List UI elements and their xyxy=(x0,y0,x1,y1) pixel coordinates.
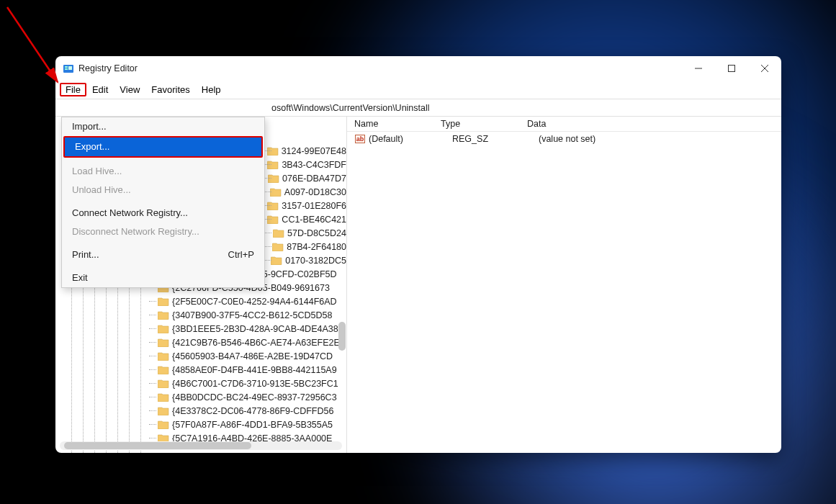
registry-editor-window: Registry Editor File Edit View Favorites… xyxy=(55,56,781,453)
tree-horizontal-scrollbar[interactable] xyxy=(60,441,342,450)
svg-rect-2 xyxy=(65,66,68,68)
file-menu-dropdown: Import... Export... Load Hive... Unload … xyxy=(61,117,265,288)
tree-node[interactable]: {4BB0DCDC-BC24-49EC-8937-72956C3 xyxy=(149,390,346,404)
value-type: REG_SZ xyxy=(452,134,539,144)
tree-node[interactable]: {3407B900-37F5-4CC2-B612-5CD5D58 xyxy=(149,308,346,322)
folder-icon xyxy=(158,297,169,306)
print-shortcut: Ctrl+P xyxy=(228,248,254,261)
tree-node-label: A097-0D18C30 xyxy=(284,187,346,197)
tree-node[interactable]: {57F0A87F-A86F-4DD1-BFA9-5B355A5 xyxy=(149,418,346,431)
string-value-icon: ab xyxy=(354,133,366,145)
close-button[interactable] xyxy=(748,56,781,81)
tree-node-label: 57D-D8C5D24 xyxy=(287,228,346,238)
folder-icon xyxy=(158,392,169,402)
menu-exit[interactable]: Exit xyxy=(62,269,264,287)
regedit-icon xyxy=(63,63,74,74)
menu-help[interactable]: Help xyxy=(196,83,227,96)
tree-node-label: {3407B900-37F5-4CC2-B612-5CD5D58 xyxy=(172,310,332,320)
folder-icon xyxy=(273,228,284,238)
menu-file[interactable]: File xyxy=(60,83,86,96)
titlebar: Registry Editor xyxy=(55,56,781,81)
menu-export[interactable]: Export... xyxy=(63,136,263,158)
menubar: File Edit View Favorites Help xyxy=(55,81,781,99)
tree-node-label: {57F0A87F-A86F-4DD1-BFA9-5B355A5 xyxy=(172,420,333,430)
svg-rect-3 xyxy=(65,68,68,70)
maximize-button[interactable] xyxy=(715,56,748,81)
menu-print[interactable]: Print...Ctrl+P xyxy=(62,246,264,264)
folder-icon xyxy=(158,420,169,429)
tree-node-label: 3124-99E07E48 xyxy=(282,146,346,156)
folder-icon xyxy=(271,256,282,265)
window-title: Registry Editor xyxy=(78,63,138,73)
menu-view[interactable]: View xyxy=(114,83,145,96)
tree-node[interactable]: {2F5E00C7-C0E0-4252-94A4-6144F6AD xyxy=(149,294,346,308)
tree-node[interactable]: {4B6C7001-C7D6-3710-913E-5BC23FC1 xyxy=(149,377,346,390)
tree-node-label: 87B4-2F64180 xyxy=(287,242,346,252)
address-bar[interactable]: osoft\Windows\CurrentVersion\Uninstall xyxy=(55,99,781,117)
listview-row[interactable]: ab (Default) REG_SZ (value not set) xyxy=(347,132,781,146)
address-path: osoft\Windows\CurrentVersion\Uninstall xyxy=(271,103,430,113)
listview-header: Name Type Data xyxy=(347,117,781,132)
folder-icon xyxy=(158,310,169,320)
col-header-type[interactable]: Type xyxy=(441,119,527,129)
svg-line-0 xyxy=(7,7,58,82)
tree-node-label: 3B43-C4C3FDF xyxy=(282,160,346,170)
tree-node-label: {421C9B76-B546-4B6C-AE74-A63EFE2E xyxy=(172,338,340,348)
tree-node-label: 0170-3182DC5 xyxy=(285,256,346,266)
tree-node-label: 3157-01E280F6 xyxy=(282,201,346,211)
tree-node-label: {45605903-B4A7-486E-A2BE-19D47CD xyxy=(172,351,333,361)
tree-horizontal-scrollbar-thumb[interactable] xyxy=(64,442,251,449)
tree-node-label: CC1-BE46C421 xyxy=(282,215,346,225)
col-header-data[interactable]: Data xyxy=(527,119,781,129)
svg-rect-4 xyxy=(68,66,72,70)
tree-node-label: {2F5E00C7-C0E0-4252-94A4-6144F6AD xyxy=(172,297,337,307)
folder-icon xyxy=(158,406,169,415)
menu-connect-network-registry[interactable]: Connect Network Registry... xyxy=(62,204,264,222)
registry-values-pane[interactable]: Name Type Data ab (Default) REG_SZ (valu… xyxy=(347,117,781,453)
folder-icon xyxy=(158,324,169,333)
tree-node-label: {3BD1EEE5-2B3D-428A-9CAB-4DE4A38 xyxy=(172,324,338,334)
tree-node-label: {4858AE0F-D4FB-441E-9BB8-442115A9 xyxy=(172,365,337,375)
tree-node-label: {4E3378C2-DC06-4778-86F9-CDFFD56 xyxy=(172,406,333,416)
folder-icon xyxy=(272,242,284,251)
folder-icon xyxy=(158,338,169,347)
tree-vertical-scrollbar-thumb[interactable] xyxy=(338,322,346,351)
menu-unload-hive: Unload Hive... xyxy=(62,181,264,199)
folder-icon xyxy=(158,379,169,388)
value-name: (Default) xyxy=(369,134,452,144)
folder-icon xyxy=(158,351,169,361)
tree-node-label: 076E-DBA47D7 xyxy=(282,174,346,184)
menu-edit[interactable]: Edit xyxy=(86,83,114,96)
folder-icon xyxy=(270,187,282,197)
svg-rect-6 xyxy=(729,66,735,72)
folder-icon xyxy=(158,365,169,374)
tree-node[interactable]: {45605903-B4A7-486E-A2BE-19D47CD xyxy=(149,349,346,363)
tree-node[interactable]: {3BD1EEE5-2B3D-428A-9CAB-4DE4A38 xyxy=(149,322,346,336)
tree-node[interactable]: {421C9B76-B546-4B6C-AE74-A63EFE2E xyxy=(149,336,346,349)
tree-node[interactable]: {4E3378C2-DC06-4778-86F9-CDFFD56 xyxy=(149,404,346,418)
menu-load-hive: Load Hive... xyxy=(62,162,264,181)
tree-node[interactable]: {4858AE0F-D4FB-441E-9BB8-442115A9 xyxy=(149,363,346,377)
menu-disconnect-network-registry: Disconnect Network Registry... xyxy=(62,222,264,241)
col-header-name[interactable]: Name xyxy=(354,119,441,129)
tree-node-label: {4B6C7001-C7D6-3710-913E-5BC23FC1 xyxy=(172,379,338,389)
menu-favorites[interactable]: Favorites xyxy=(145,83,195,96)
tree-node-label: {4BB0DCDC-BC24-49EC-8937-72956C3 xyxy=(172,392,337,402)
value-data: (value not set) xyxy=(539,134,781,144)
minimize-button[interactable] xyxy=(682,56,715,81)
menu-import[interactable]: Import... xyxy=(62,117,264,136)
